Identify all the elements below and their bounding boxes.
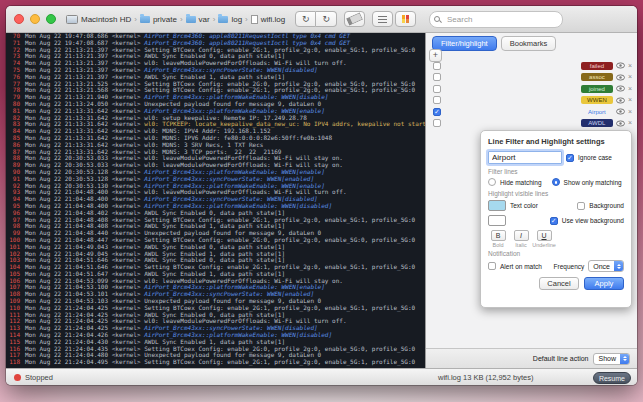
popup-arrows-icon	[614, 261, 623, 271]
italic-button[interactable]: I	[514, 230, 529, 241]
show-only-matching-label: Show only matching	[564, 179, 622, 186]
visibility-eye-icon[interactable]	[616, 85, 625, 92]
app-window: Macintosh HD › private › var › log › wif…	[6, 6, 637, 385]
filter-row[interactable]: failed×	[426, 60, 637, 72]
chevron-right-icon: ›	[180, 15, 183, 24]
frequency-popup[interactable]: Once	[588, 260, 624, 272]
breadcrumb-label: log	[231, 15, 242, 24]
breadcrumb-item-wifi-log[interactable]: wifi.log	[251, 15, 285, 24]
toolbar: Macintosh HD › private › var › log › wif…	[6, 6, 637, 33]
filter-row[interactable]: joined×	[426, 83, 637, 95]
minimize-button[interactable]	[30, 14, 40, 24]
line-number: 118	[6, 359, 20, 366]
background-label: Background	[589, 202, 624, 209]
show-only-matching-radio[interactable]	[552, 178, 560, 186]
delete-filter-icon[interactable]: ×	[628, 119, 632, 127]
file-info-label: wifi.log 13 KB (12,952 bytes)	[438, 373, 533, 382]
visibility-eye-icon[interactable]	[616, 97, 625, 104]
breadcrumb-item-macintosh-hd[interactable]: Macintosh HD	[66, 15, 131, 24]
filter-chip[interactable]: assoc	[581, 73, 613, 81]
filter-pattern-input[interactable]	[488, 151, 562, 164]
breadcrumb-label: var	[199, 15, 210, 24]
popover-title: Line Filter and Highlight settings	[488, 137, 624, 146]
search-field[interactable]	[429, 11, 563, 28]
alert-on-match-checkbox[interactable]	[488, 262, 496, 270]
zoom-button[interactable]	[46, 14, 56, 24]
breadcrumb-item-log[interactable]: log	[218, 15, 242, 24]
panel-bottom-bar: Default line action Show	[426, 348, 637, 368]
reload-button[interactable]: ↻	[295, 11, 316, 27]
search-input[interactable]	[445, 14, 562, 25]
folder-icon	[140, 16, 150, 23]
filter-row[interactable]: assoc×	[426, 72, 637, 84]
folder-icon	[186, 16, 196, 23]
underline-caption: Underline	[532, 242, 556, 248]
delete-filter-icon[interactable]: ×	[628, 62, 632, 70]
log-view[interactable]: 70Mon Aug 22 19:47:08.686 <kernel> AirPo…	[6, 33, 425, 368]
use-view-background-label: Use view background	[562, 217, 624, 224]
delete-filter-icon[interactable]: ×	[628, 85, 632, 93]
use-view-background-checkbox[interactable]	[550, 217, 558, 225]
search-icon	[434, 15, 443, 24]
popup-arrows-icon	[620, 354, 629, 364]
filter-row[interactable]: AWDL×	[426, 118, 637, 130]
filter-row[interactable]: WWEN×	[426, 95, 637, 107]
list-icon	[378, 16, 387, 23]
apply-button[interactable]: Apply	[584, 277, 624, 290]
filter-lines-section-label: Filter lines	[488, 168, 624, 175]
filter-checkbox[interactable]	[433, 96, 441, 104]
filter-checkbox[interactable]	[433, 108, 441, 116]
bold-button[interactable]: B	[491, 230, 506, 241]
filter-row[interactable]: Airport×	[426, 106, 637, 118]
filter-checkbox[interactable]	[433, 62, 441, 70]
background-color-well[interactable]	[488, 215, 506, 226]
auto-refresh-button[interactable]: ↻	[316, 11, 337, 27]
italic-caption: Italic	[515, 242, 526, 248]
filter-chip[interactable]: joined	[581, 85, 613, 93]
traffic-lights	[14, 14, 56, 24]
filter-chip[interactable]: failed	[581, 62, 613, 70]
tab-bookmarks[interactable]: Bookmarks	[501, 36, 557, 51]
filter-chip[interactable]: AWDL	[581, 119, 613, 127]
text-color-well[interactable]	[488, 200, 506, 211]
delete-filter-icon[interactable]: ×	[628, 108, 632, 116]
background-checkbox[interactable]	[577, 202, 585, 210]
cancel-button[interactable]: Cancel	[539, 277, 579, 290]
chevron-right-icon: ›	[245, 15, 248, 24]
breadcrumb-item-private[interactable]: private	[140, 15, 177, 24]
breadcrumb-item-var[interactable]: var	[186, 15, 210, 24]
alert-on-match-label: Alert on match	[500, 263, 542, 270]
close-button[interactable]	[14, 14, 24, 24]
reload-icon: ↻	[302, 12, 310, 27]
document-icon	[251, 15, 258, 24]
reload-button-group: ↻ ↻	[295, 11, 337, 27]
line-list-button[interactable]	[372, 11, 393, 27]
ignore-case-checkbox[interactable]	[566, 154, 574, 162]
hide-matching-radio[interactable]	[488, 178, 496, 186]
visibility-eye-icon[interactable]	[616, 74, 625, 81]
status-state-label: Stopped	[25, 373, 53, 382]
underline-button[interactable]: U	[537, 230, 552, 241]
popup-value: Show	[598, 355, 616, 362]
filter-checkbox[interactable]	[433, 119, 441, 127]
filter-checkbox[interactable]	[433, 73, 441, 81]
breadcrumb: Macintosh HD › private › var › log › wif…	[66, 15, 285, 24]
filter-chip[interactable]: WWEN	[581, 96, 613, 104]
resume-button[interactable]: Resume	[593, 372, 631, 384]
tab-filter-highlight[interactable]: Filter/highlight	[432, 36, 497, 51]
visibility-eye-icon[interactable]	[616, 62, 625, 69]
color-grid-icon	[402, 15, 410, 23]
popup-value: Once	[593, 263, 610, 270]
filter-checkbox[interactable]	[433, 85, 441, 93]
filter-chip[interactable]: Airport	[581, 108, 613, 116]
default-line-action-popup[interactable]: Show	[593, 353, 630, 365]
visibility-eye-icon[interactable]	[616, 108, 625, 115]
delete-filter-icon[interactable]: ×	[628, 73, 632, 81]
refresh-icon: ↻	[322, 12, 330, 27]
log-message: Setting BTCoex Config: enable_2G:1, prof…	[144, 358, 415, 365]
delete-filter-icon[interactable]: ×	[628, 96, 632, 104]
visibility-eye-icon[interactable]	[616, 120, 625, 127]
eraser-icon	[346, 12, 363, 25]
colors-button[interactable]	[395, 11, 416, 27]
clear-button[interactable]	[344, 11, 365, 27]
